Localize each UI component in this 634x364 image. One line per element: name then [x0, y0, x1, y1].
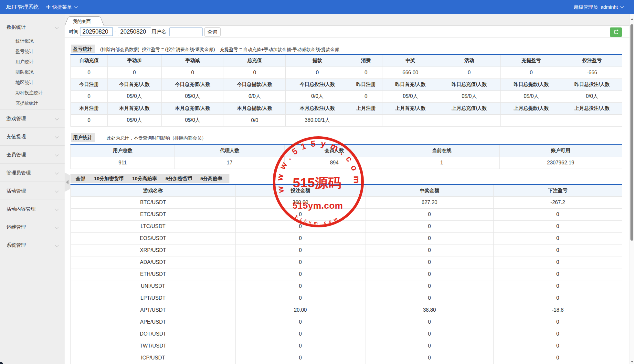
- svg-text:515ym.com: 515ym.com: [292, 201, 343, 211]
- svg-text:515源码: 515源码: [293, 176, 341, 190]
